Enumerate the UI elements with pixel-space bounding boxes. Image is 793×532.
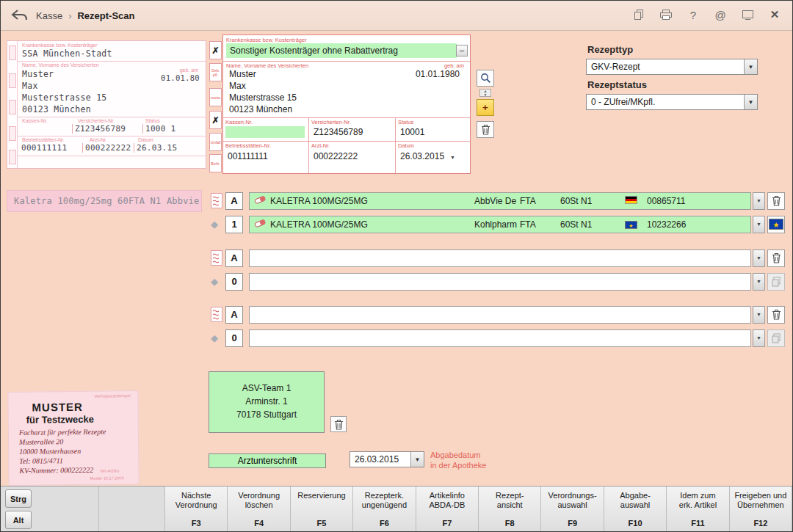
kostentraeger-field[interactable]: Sonstiger Kostenträger ohne Rabattvertra… <box>226 43 457 58</box>
screen-icon[interactable] <box>740 7 755 22</box>
status-label: Status <box>398 119 413 125</box>
flag-de-icon <box>625 196 647 206</box>
delete-article-button[interactable] <box>767 306 785 324</box>
fkey-f12-button[interactable]: Freigeben undÜbernehmenF12 <box>730 487 792 531</box>
article-field[interactable]: KALETRA 100MG/25MG Kohlpharm FTA 60St N1… <box>249 216 751 233</box>
fkey-f3-button[interactable]: NächsteVerordnungF3 <box>165 487 228 531</box>
firstname-field[interactable]: Max <box>229 81 246 91</box>
article-field-empty[interactable] <box>249 249 751 267</box>
fkey-f10-button[interactable]: Abgabe-auswahlF10 <box>604 487 667 531</box>
geb-am-label: geb. am <box>444 62 464 69</box>
fkey-f4-button[interactable]: VerordnunglöschenF4 <box>228 487 290 531</box>
scan-margin-marker <box>9 45 16 60</box>
birthdate-field[interactable]: 01.01.1980 <box>416 69 460 79</box>
abgabedatum-value: 26.03.2015 <box>355 454 399 464</box>
betrieb-nr-field[interactable]: 001111111 <box>228 151 268 161</box>
new-article-button[interactable]: + <box>477 99 494 116</box>
versicherten-nr-field[interactable]: Z123456789 <box>314 127 363 137</box>
article-dropdown-button[interactable]: ▼ <box>753 216 765 233</box>
close-icon[interactable]: ✕ <box>767 7 782 22</box>
delete-asv-button[interactable] <box>330 416 347 432</box>
breadcrumb-kasse[interactable]: Kasse <box>36 10 62 21</box>
asv-line: ASV-Team 1 <box>209 382 324 395</box>
alt-key[interactable]: Alt <box>5 511 32 529</box>
stamp-tiny-label: Vertragsarztstempel <box>94 393 130 398</box>
fee-required-checkbox[interactable]: Geb. pfl. <box>209 63 222 81</box>
fkey-f8-button[interactable]: Rezept-ansichtF8 <box>479 487 541 531</box>
help-icon[interactable]: ? <box>686 7 700 22</box>
rezeptstatus-value: 0 - ZUfrei/MKpfl. <box>591 97 655 107</box>
article-dropdown-button[interactable]: ▼ <box>753 192 765 210</box>
copy-icon[interactable] <box>631 7 646 22</box>
fkey-f11-button[interactable]: Idem zumerk. ArtikelF11 <box>667 487 729 531</box>
spinner-icon[interactable]: ▲▼ <box>479 89 491 97</box>
strg-key[interactable]: Strg <box>5 489 32 508</box>
fkey-f5-button[interactable]: ReservierungF5 <box>291 487 353 531</box>
print-icon[interactable] <box>659 7 673 22</box>
scan-arzt-nr: 000222222 <box>82 143 131 153</box>
fkey-f7-button[interactable]: ArtikelinfoABDA-DBF7 <box>416 487 479 531</box>
pill-icon <box>254 219 270 230</box>
article-field[interactable]: KALETRA 100MG/25MG AbbVie De FTA 60St N1… <box>249 192 751 210</box>
article-form: FTA <box>520 219 560 230</box>
noctu-checkbox[interactable]: noctu <box>209 88 222 106</box>
delete-article-button[interactable] <box>767 192 785 210</box>
breadcrumb-separator: › <box>68 10 71 21</box>
arztunterschrift-button[interactable]: Arztunterschrift <box>209 453 326 468</box>
rezeptstatus-dropdown[interactable]: 0 - ZUfrei/MKpfl. ▼ <box>586 94 758 110</box>
title-bar: Kasse›Rezept-Scan ? @ ✕ <box>1 1 792 31</box>
fkey-f6-button[interactable]: Rezepterk.ungenügendF6 <box>353 487 416 531</box>
rezepttyp-dropdown[interactable]: GKV-Rezept ▼ <box>586 59 758 75</box>
other-checkbox[interactable]: ✗ <box>209 111 222 129</box>
datum-dropdown-icon[interactable]: ▼ <box>450 155 455 160</box>
kassen-nr-field[interactable] <box>225 126 305 138</box>
abgabedatum-field[interactable]: 26.03.2015 ▼ <box>350 451 424 467</box>
datum-field[interactable]: 26.03.2015▼ <box>400 151 455 161</box>
article-dropdown-button[interactable]: ▼ <box>753 329 765 347</box>
delete-article-button[interactable] <box>767 249 785 267</box>
import-article-button[interactable]: ★ <box>767 216 785 233</box>
accident-checkbox[interactable]: Unfall <box>209 133 222 151</box>
kostentraeger-value: Sonstiger Kostenträger ohne Rabattvertra… <box>230 45 398 56</box>
search-button[interactable] <box>477 70 494 87</box>
surname-field[interactable]: Muster <box>229 69 256 79</box>
asv-team-box[interactable]: ASV-Team 1 Arminstr. 1 70178 Stuttgart <box>209 371 325 433</box>
doctor-stamp: Vertragsarztstempel MUSTER für Testzweck… <box>7 390 139 486</box>
delete-prescription-button[interactable] <box>477 121 494 138</box>
article-field-empty[interactable] <box>249 329 751 347</box>
arzt-nr-field[interactable]: 000222222 <box>314 151 358 161</box>
city-field[interactable]: 00123 München <box>229 104 292 114</box>
at-icon[interactable]: @ <box>713 7 728 22</box>
kassen-nr-cell: Kassen-Nr. <box>223 117 308 141</box>
scan-margin-marker <box>9 100 16 114</box>
prescribed-article-row: A KALETRA 100MG/25MG AbbVie De FTA 60St … <box>211 192 785 210</box>
dispensed-article-row: ◆ 0 ▼ <box>211 329 785 347</box>
article-name: KALETRA 100MG/25MG <box>270 196 474 206</box>
street-field[interactable]: Musterstrasse 15 <box>229 92 297 103</box>
chevron-down-icon[interactable]: ▼ <box>744 95 757 109</box>
aut-idem-icon <box>211 193 225 208</box>
chevron-down-icon[interactable]: ▼ <box>744 59 757 74</box>
article-dropdown-button[interactable]: ▼ <box>753 273 765 291</box>
stamp-line: für Testzwecke <box>26 414 94 426</box>
fkey-f9-button[interactable]: Verordnungs-auswahlF9 <box>541 487 604 531</box>
article-marker: A <box>225 192 243 210</box>
aut-idem-icon <box>211 307 225 322</box>
article-field-empty[interactable] <box>249 306 751 324</box>
versicherten-nr-label: Versicherten-Nr. <box>311 119 351 125</box>
article-dropdown-button[interactable]: ▼ <box>753 249 765 267</box>
scan-status-label: Status <box>145 118 160 123</box>
fee-exempt-checkbox[interactable]: ✗ <box>209 41 222 59</box>
rezepttyp-label: Rezepttyp <box>587 44 633 55</box>
status-field[interactable]: 10001 <box>400 127 424 137</box>
article-marker: 0 <box>225 329 243 347</box>
article-field-empty[interactable] <box>249 273 751 291</box>
chevron-down-icon[interactable]: ▼ <box>410 452 424 467</box>
list-icon <box>767 329 785 347</box>
back-icon[interactable] <box>10 8 30 23</box>
kostentraeger-label: Krankenkasse bzw. Kostenträger <box>226 37 307 43</box>
prescription-flag-strip: ✗ Geb. pfl. noctu ✗ Unfall Beih. <box>209 34 222 174</box>
aid-checkbox[interactable]: Beih. <box>209 154 222 172</box>
article-dropdown-button[interactable]: ▼ <box>753 306 765 324</box>
remove-kostentraeger-button[interactable]: – <box>456 45 468 57</box>
